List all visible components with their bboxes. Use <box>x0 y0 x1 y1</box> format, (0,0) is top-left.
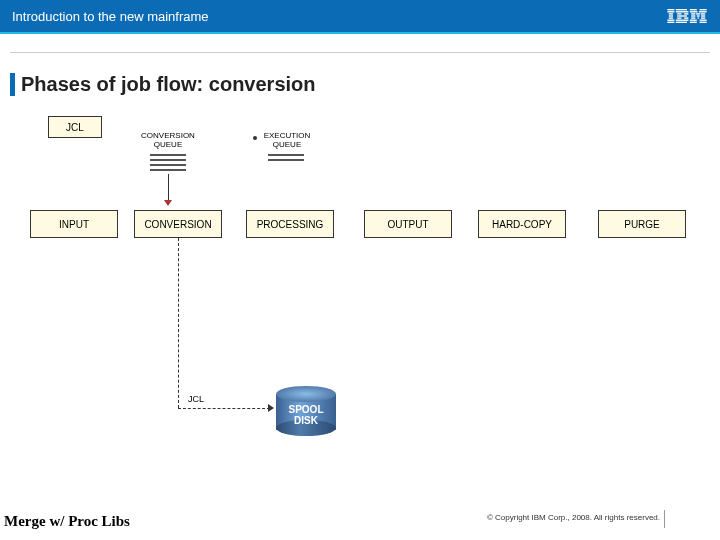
svg-rect-13 <box>684 17 688 18</box>
jcl-path-label: JCL <box>188 394 204 404</box>
phase-hardcopy: HARD-COPY <box>478 210 566 238</box>
svg-rect-26 <box>691 17 695 18</box>
execution-queue-stack <box>268 154 304 161</box>
arrow-head-right-icon <box>268 404 274 412</box>
phase-input: INPUT <box>30 210 118 238</box>
svg-rect-0 <box>667 9 674 10</box>
svg-rect-3 <box>669 15 673 16</box>
svg-rect-6 <box>667 22 674 23</box>
phase-processing: PROCESSING <box>246 210 334 238</box>
ibm-logo <box>666 9 708 23</box>
svg-rect-17 <box>700 9 707 10</box>
arrow-queue-to-conversion <box>168 174 169 202</box>
svg-rect-25 <box>697 15 700 16</box>
svg-rect-7 <box>676 9 687 10</box>
phase-conversion: CONVERSION <box>134 210 222 238</box>
execution-queue-label: EXECUTIONQUEUE <box>258 132 316 150</box>
svg-rect-28 <box>698 17 699 18</box>
svg-rect-16 <box>690 9 697 10</box>
dashed-line-across <box>178 408 270 409</box>
svg-rect-32 <box>700 22 707 23</box>
svg-rect-11 <box>677 15 687 16</box>
svg-rect-4 <box>669 17 673 18</box>
jcl-box: JCL <box>48 116 102 138</box>
svg-rect-12 <box>677 17 681 18</box>
svg-rect-31 <box>690 22 697 23</box>
phase-output: OUTPUT <box>364 210 452 238</box>
divider-line <box>10 52 710 53</box>
svg-rect-23 <box>691 15 695 16</box>
title-accent <box>10 73 15 96</box>
copyright-text: © Copyright IBM Corp., 2008. All rights … <box>487 513 660 522</box>
page-title: Phases of job flow: conversion <box>21 73 316 96</box>
svg-rect-20 <box>691 13 695 14</box>
footer-note: Merge w/ Proc Libs <box>4 513 130 530</box>
svg-rect-15 <box>676 22 687 23</box>
spool-disk-label: SPOOLDISK <box>276 404 336 426</box>
svg-rect-27 <box>701 17 705 18</box>
arrow-head-icon <box>164 200 172 206</box>
footer-separator <box>664 510 665 528</box>
spool-disk-cylinder: SPOOLDISK <box>276 386 336 436</box>
phase-purge: PURGE <box>598 210 686 238</box>
svg-rect-1 <box>667 11 674 12</box>
header-bar: Introduction to the new mainframe <box>0 0 720 32</box>
conversion-queue-label: CONVERSIONQUEUE <box>138 132 198 150</box>
header-underline <box>0 32 720 34</box>
svg-rect-9 <box>677 13 681 14</box>
svg-rect-29 <box>690 20 697 21</box>
conversion-queue-stack <box>150 154 186 171</box>
svg-rect-14 <box>676 20 689 21</box>
svg-rect-2 <box>669 13 673 14</box>
svg-rect-22 <box>696 13 700 14</box>
svg-rect-30 <box>700 20 707 21</box>
dashed-line-down <box>178 238 179 408</box>
flow-diagram: JCL CONVERSIONQUEUE EXECUTIONQUEUE INPUT… <box>10 96 710 496</box>
svg-rect-19 <box>699 11 707 12</box>
svg-rect-24 <box>701 15 705 16</box>
svg-rect-10 <box>684 13 688 14</box>
svg-rect-5 <box>667 20 674 21</box>
svg-rect-21 <box>701 13 705 14</box>
queue-marker-dot <box>253 136 257 140</box>
page-title-row: Phases of job flow: conversion <box>10 73 710 96</box>
svg-rect-8 <box>676 11 689 12</box>
svg-rect-18 <box>690 11 698 12</box>
header-title: Introduction to the new mainframe <box>12 9 209 24</box>
